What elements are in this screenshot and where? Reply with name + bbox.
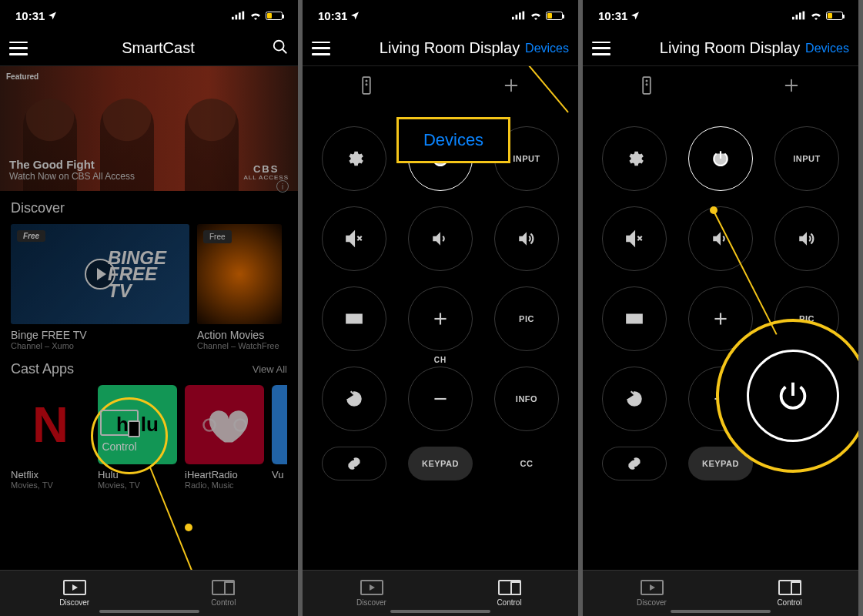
menu-button[interactable]	[592, 42, 610, 55]
power-button[interactable]	[688, 126, 753, 191]
cast-apps-heading: Cast Apps	[11, 361, 74, 377]
svg-point-4	[274, 40, 284, 50]
svg-point-25	[646, 80, 647, 81]
status-bar: 10:31	[303, 0, 578, 31]
svg-rect-22	[799, 12, 801, 19]
svg-rect-9	[516, 15, 518, 19]
wifi-icon	[810, 11, 822, 20]
featured-tag: Featured	[6, 72, 38, 81]
bottom-nav: Discover Control	[0, 570, 298, 616]
featured-hero[interactable]: Featured The Good Fight Watch Now on CBS…	[0, 66, 298, 191]
settings-button[interactable]	[322, 126, 386, 191]
svg-rect-2	[239, 12, 241, 19]
volume-up-button[interactable]	[774, 206, 839, 271]
control-icon	[212, 580, 235, 595]
settings-button[interactable]	[602, 126, 667, 191]
free-badge: Free	[17, 230, 45, 242]
svg-rect-11	[523, 12, 525, 20]
pic-button[interactable]: PIC	[494, 286, 559, 351]
svg-rect-21	[796, 15, 798, 19]
location-arrow-icon	[350, 11, 360, 20]
discover-icon	[63, 580, 86, 595]
remote-body: INPUT PIC INFO KEYPAD CC	[583, 66, 858, 570]
svg-point-14	[366, 84, 366, 85]
cc-button[interactable]: CC	[494, 447, 559, 480]
input-button[interactable]: INPUT	[774, 126, 839, 191]
discover-card[interactable]: Free Action Movies Channel – WatchFree	[197, 224, 282, 350]
volume-up-button[interactable]	[494, 206, 559, 271]
svg-rect-3	[243, 12, 245, 20]
keypad-button[interactable]: KEYPAD	[408, 447, 473, 480]
control-popup[interactable]: Control	[100, 410, 139, 453]
app-tile-vudu[interactable]: V Vu	[272, 385, 287, 490]
bottom-nav: Discover Control	[303, 570, 578, 616]
location-arrow-icon	[631, 11, 640, 20]
svg-rect-15	[346, 315, 362, 323]
add-device-icon[interactable]	[783, 77, 800, 94]
bottom-nav: Discover Control	[583, 570, 858, 616]
link-button[interactable]	[602, 447, 667, 480]
mute-button[interactable]	[602, 206, 667, 271]
svg-rect-27	[627, 315, 642, 323]
control-icon	[778, 580, 801, 595]
channel-down-button[interactable]	[408, 367, 473, 431]
svg-rect-20	[792, 17, 794, 20]
aspect-button[interactable]	[322, 286, 386, 351]
discover-icon	[641, 580, 664, 595]
cellular-signal-icon	[512, 11, 526, 20]
remote-header: Living Room Display Devices	[303, 31, 578, 66]
status-time: 10:31	[598, 9, 627, 22]
menu-button[interactable]	[9, 42, 28, 55]
svg-point-13	[366, 80, 366, 81]
svg-line-5	[283, 49, 287, 53]
info-button[interactable]: INFO	[494, 367, 559, 431]
discover-card[interactable]: Free BINGE FREE TV Binge FREE TV Channel…	[11, 224, 189, 350]
remote-device-icon[interactable]	[361, 76, 372, 95]
control-icon	[498, 580, 521, 595]
aspect-button[interactable]	[602, 286, 667, 351]
discover-body: Featured The Good Fight Watch Now on CBS…	[0, 66, 298, 570]
volume-down-button[interactable]	[688, 206, 753, 271]
cellular-signal-icon	[232, 11, 246, 20]
app-tile-netflix[interactable]: N Netflix Movies, TV	[11, 385, 90, 490]
svg-rect-8	[512, 17, 514, 20]
card-title: Binge FREE TV	[11, 329, 189, 341]
remote-device-icon[interactable]	[641, 76, 652, 95]
devices-link[interactable]: Devices	[525, 42, 569, 55]
add-device-icon[interactable]	[503, 77, 520, 94]
menu-button[interactable]	[312, 42, 330, 55]
home-indicator[interactable]	[99, 610, 199, 613]
card-subtitle: Channel – WatchFree	[197, 341, 282, 350]
home-indicator[interactable]	[390, 610, 490, 613]
card-subtitle: Channel – Xumo	[11, 341, 189, 350]
back-button[interactable]	[322, 367, 386, 431]
link-button[interactable]	[322, 447, 386, 480]
remote-body: INPUT CH PIC INFO KEYPAD CC Devices	[303, 66, 578, 570]
svg-rect-0	[232, 17, 234, 20]
callout-dot	[710, 206, 717, 214]
svg-rect-23	[803, 12, 805, 20]
status-time: 10:31	[15, 9, 45, 22]
devices-link[interactable]: Devices	[805, 42, 849, 55]
app-tile-iheart[interactable]: iHeartRadio Radio, Music	[185, 385, 264, 490]
hero-title: The Good Fight	[9, 158, 135, 171]
view-all-link[interactable]: View All	[253, 363, 287, 375]
volume-down-button[interactable]	[408, 206, 473, 271]
info-icon[interactable]: i	[276, 180, 289, 192]
battery-icon	[266, 12, 283, 20]
location-arrow-icon	[48, 11, 57, 20]
discover-heading: Discover	[11, 200, 287, 216]
remote-header: Living Room Display Devices	[583, 31, 858, 66]
phone-screen-2: 10:31 Living Room Display Devices INPUT …	[303, 0, 583, 616]
app-header: SmartCast	[0, 31, 298, 66]
search-button[interactable]	[272, 38, 289, 59]
svg-rect-1	[236, 15, 238, 19]
free-badge: Free	[203, 230, 232, 243]
back-button[interactable]	[602, 367, 667, 431]
channel-up-button[interactable]: CH	[408, 286, 473, 351]
cellular-signal-icon	[792, 11, 806, 20]
callout-power-circle	[716, 319, 858, 473]
hero-subtitle: Watch Now on CBS All Access	[9, 171, 135, 182]
home-indicator[interactable]	[671, 610, 771, 613]
mute-button[interactable]	[322, 206, 386, 271]
